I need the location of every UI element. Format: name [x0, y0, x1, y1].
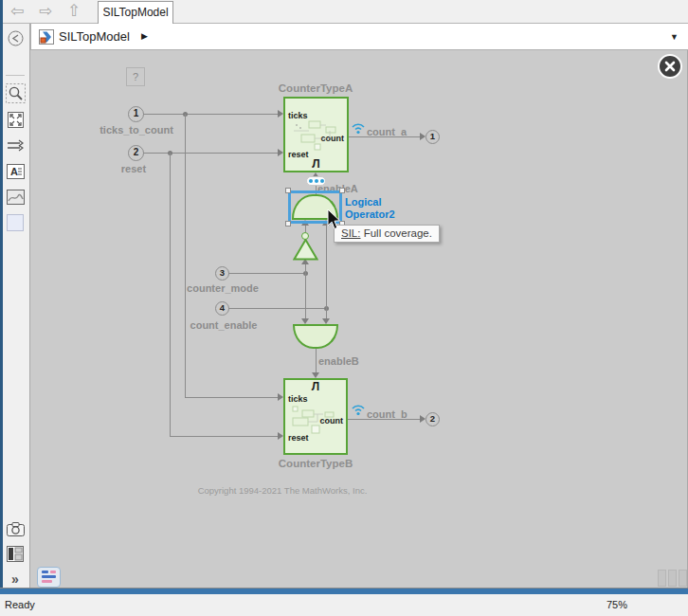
- model-canvas[interactable]: ? 1 2 3 4 1 2 ticks_to_count reset count…: [30, 50, 688, 588]
- zoom-level[interactable]: 75%: [607, 599, 627, 610]
- tab-siltopmodel[interactable]: SILTopModel: [98, 1, 173, 24]
- logged-signal-icon[interactable]: [351, 120, 366, 135]
- outport-2[interactable]: 2: [425, 412, 440, 426]
- inport-3[interactable]: 3: [215, 266, 229, 281]
- inport-4[interactable]: 4: [215, 301, 229, 316]
- label-count-a: count_a: [367, 126, 407, 137]
- forward-icon[interactable]: ⇨: [34, 0, 57, 23]
- label-ticks-to-count: ticks_to_count: [70, 124, 203, 136]
- outport-1[interactable]: 1: [425, 130, 440, 144]
- logged-signal-icon[interactable]: [351, 402, 366, 416]
- breadcrumb-caret-icon[interactable]: ▶: [141, 31, 148, 41]
- status-bar: Ready 75%: [0, 594, 688, 616]
- fit-to-view-icon[interactable]: [5, 109, 26, 130]
- tooltip-prefix: SIL:: [341, 227, 360, 239]
- wire-ticks-branch[interactable]: [185, 114, 186, 397]
- tooltip-text: Full coverage.: [360, 227, 431, 239]
- area-box-icon[interactable]: [5, 212, 26, 233]
- image-annotation-icon[interactable]: [5, 187, 26, 208]
- signal-routing-icon[interactable]: [5, 136, 26, 156]
- wire-reset-branch[interactable]: [170, 153, 171, 436]
- wire-not-out[interactable]: [305, 226, 306, 232]
- mouse-cursor: [327, 209, 341, 230]
- wire-enable-b[interactable]: [316, 349, 317, 372]
- selection-handle[interactable]: [285, 221, 291, 226]
- breadcrumb-model-name[interactable]: SILTopModel: [59, 29, 130, 44]
- back-icon[interactable]: ⇦: [6, 0, 28, 23]
- wire-ticks-to-a[interactable]: [143, 114, 279, 115]
- wire-mode-to-gate[interactable]: [305, 273, 306, 318]
- ellipsis-badge[interactable]: [306, 176, 326, 186]
- palette-toolbar: A »: [0, 24, 30, 588]
- inport-1[interactable]: 1: [128, 106, 144, 122]
- model-browser-icon[interactable]: [5, 543, 26, 564]
- wire-counter-mode[interactable]: [228, 273, 305, 274]
- wire-reset-to-a[interactable]: [143, 153, 278, 154]
- enable-port-symbol: Л: [285, 381, 346, 392]
- coverage-tooltip: SIL: Full coverage.: [334, 225, 440, 243]
- selection-handle[interactable]: [285, 188, 291, 193]
- wire-reset-to-b[interactable]: [170, 436, 278, 437]
- coverage-report-badge[interactable]: [37, 567, 61, 588]
- label-count-enable: count_enable: [157, 319, 290, 331]
- toolbar-separator: [6, 75, 25, 76]
- label-reset: reset: [67, 163, 200, 174]
- help-badge-button[interactable]: ?: [126, 67, 145, 86]
- subsystem-preview: [292, 119, 341, 152]
- close-icon[interactable]: [658, 54, 682, 79]
- logical-operator2-label[interactable]: Logical Operator2: [345, 196, 395, 221]
- wire-enable-to-gate[interactable]: [326, 308, 327, 318]
- breadcrumb-dropdown-icon[interactable]: ▼: [670, 32, 679, 42]
- port-label-ticks: ticks: [288, 394, 308, 404]
- subsystem-preview: [291, 405, 340, 435]
- annotation-icon[interactable]: A: [5, 161, 26, 182]
- breadcrumb-bar: SILTopModel ▶ ▼: [30, 24, 688, 50]
- inport-2[interactable]: 2: [128, 145, 144, 161]
- dock-edge: [0, 0, 3, 594]
- block-not-operator[interactable]: [293, 239, 318, 261]
- block-counter-type-b[interactable]: Л ticks reset count: [283, 378, 348, 455]
- wire-count-enable[interactable]: [228, 308, 326, 309]
- tab-bar: ⇦ ⇨ ⇧ SILTopModel: [0, 0, 688, 24]
- label-counter-mode: counter_mode: [156, 282, 289, 294]
- scrollbar-corner[interactable]: [658, 570, 687, 587]
- up-icon[interactable]: ⇧: [63, 0, 85, 23]
- enable-port-symbol: Л: [285, 158, 347, 170]
- copyright-note: Copyright 1994-2021 The MathWorks, Inc.: [140, 485, 425, 496]
- label-count-b: count_b: [367, 408, 407, 420]
- wire-enable-to-op[interactable]: [326, 226, 327, 308]
- svg-text:A: A: [10, 166, 18, 177]
- status-text: Ready: [5, 599, 35, 610]
- counter-a-title: CounterTypeA: [268, 82, 363, 94]
- hide-palette-icon[interactable]: [5, 27, 26, 48]
- wire-ticks-to-b[interactable]: [185, 397, 278, 398]
- expand-palette-icon[interactable]: »: [5, 569, 26, 589]
- zoom-tool-icon[interactable]: [5, 82, 26, 103]
- model-icon: [39, 29, 54, 48]
- window-accent-bar: [0, 588, 688, 594]
- block-logical-operator[interactable]: [293, 324, 338, 349]
- screenshot-camera-icon[interactable]: [5, 518, 26, 539]
- label-enable-b: enableB: [318, 355, 359, 367]
- counter-b-title: CounterTypeB: [268, 458, 363, 469]
- selection-handle[interactable]: [339, 188, 345, 193]
- block-counter-type-a[interactable]: ticks reset count Л: [283, 97, 349, 172]
- wire-to-not[interactable]: [305, 264, 306, 273]
